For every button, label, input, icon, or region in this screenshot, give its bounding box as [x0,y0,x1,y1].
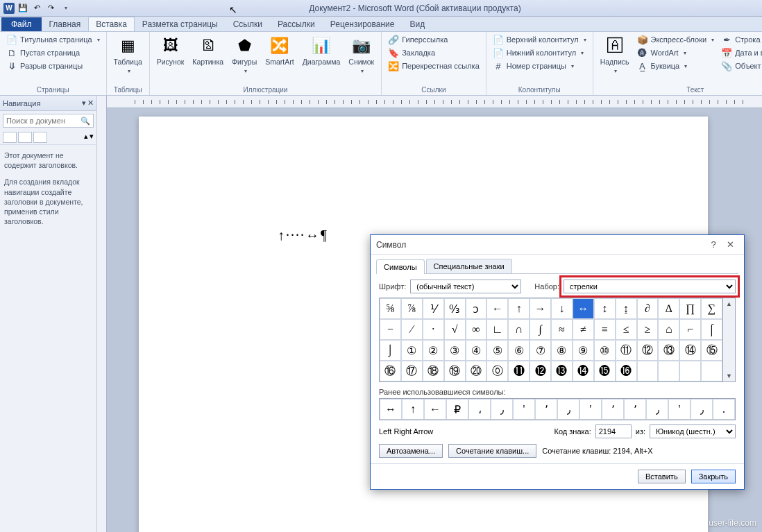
symbol-cell[interactable]: ⑭ [679,340,701,361]
symbol-cell[interactable]: ↉ [444,298,466,319]
symbol-cell[interactable]: ⑳ [466,361,487,381]
symbol-cell[interactable]: ⅝ [380,298,401,319]
symbol-cell[interactable]: ⑯ [380,361,401,381]
footer-button[interactable]: 📄Нижний колонтитул [491,46,589,59]
symbol-cell[interactable]: ⑫ [637,340,659,361]
nav-dropdown-icon[interactable]: ▾ [82,98,86,108]
wordart-button[interactable]: 🅐WordArt [635,46,717,59]
symbol-cell[interactable]: ∆ [658,298,679,319]
tab-symbols[interactable]: Символы [376,259,425,274]
autocorrect-button[interactable]: Автозамена... [379,444,443,458]
symbol-cell[interactable]: ⑮ [701,340,722,361]
symbol-cell[interactable]: ⓮ [573,361,594,381]
recent-symbol-cell[interactable]: ↑ [402,399,424,420]
nav-search-input[interactable] [3,117,78,125]
symbol-scrollbar[interactable]: ▲ ▼ [723,298,736,382]
symbol-cell[interactable]: ∏ [679,298,701,319]
symbol-cell[interactable]: ⓰ [616,361,637,381]
hyperlink-button[interactable]: 🔗Гиперссылка [386,33,482,46]
symbol-cell[interactable]: ⌡ [380,340,401,361]
symbol-cell[interactable]: ∑ [701,298,722,319]
symbol-cell[interactable]: ⓪ [486,361,508,381]
code-input[interactable] [595,424,632,438]
insert-button[interactable]: Вставить [638,470,686,483]
vertical-ruler[interactable] [97,96,107,532]
header-button[interactable]: 📄Верхний колонтитул [491,33,589,46]
shapes-button[interactable]: ⬟Фигуры [229,33,260,76]
quickparts-button[interactable]: 📦Экспресс-блоки [635,33,717,46]
symbol-cell[interactable]: ⓭ [551,361,573,381]
search-icon[interactable]: 🔍 [78,117,93,126]
scroll-track[interactable] [723,309,735,370]
page-break-button[interactable]: ⤋Разрыв страницы [4,60,102,72]
subset-select[interactable]: стрелки [564,280,736,293]
textbox-button[interactable]: 🄰Надпись [598,33,632,76]
symbol-cell[interactable]: ⑦ [530,340,551,361]
symbol-cell[interactable]: ⅟ [423,298,444,319]
symbol-cell[interactable]: ④ [466,340,487,361]
symbol-cell[interactable]: ⌂ [658,319,679,340]
scroll-up-icon[interactable]: ▲ [723,298,735,309]
symbol-cell[interactable]: ③ [444,340,466,361]
tab-layout[interactable]: Разметка страницы [135,17,226,31]
nav-view-headings[interactable] [3,132,17,143]
tab-home[interactable]: Главная [42,17,89,31]
recent-symbol-cell[interactable]: ، [468,399,491,420]
recent-symbol-cell[interactable]: ٫ [691,399,713,420]
symbol-cell[interactable] [679,361,701,381]
horizontal-ruler[interactable] [107,96,762,108]
symbol-cell[interactable]: ⓯ [594,361,616,381]
object-button[interactable]: 📎Объект [719,60,762,72]
save-icon[interactable]: 💾 [17,2,29,15]
symbol-cell[interactable]: ⑱ [423,361,444,381]
tab-references[interactable]: Ссылки [226,17,270,31]
close-button[interactable]: Закрыть [691,470,736,483]
symbol-cell[interactable]: √ [444,319,466,340]
symbol-cell[interactable]: ⓫ [508,361,530,381]
symbol-cell[interactable]: ∫ [530,319,551,340]
chart-button[interactable]: 📊Диаграмма [300,33,344,68]
tab-mailings[interactable]: Рассылки [270,17,323,31]
bookmark-button[interactable]: 🔖Закладка [386,46,482,59]
tab-special-chars[interactable]: Специальные знаки [426,259,512,273]
nav-view-results[interactable] [33,132,47,143]
picture-button[interactable]: 🖼Рисунок [154,33,187,68]
symbol-cell[interactable]: ≈ [551,319,573,340]
recent-symbol-cell[interactable]: ٬ [535,399,557,420]
recent-symbol-cell[interactable]: ₽ [446,399,468,420]
close-icon[interactable]: ✕ [722,238,738,252]
tab-insert[interactable]: Вставка [88,17,135,31]
symbol-cell[interactable]: ↑ [508,298,530,319]
screenshot-button[interactable]: 📷Снимок [346,33,377,76]
symbol-cell[interactable]: ⑰ [401,361,423,381]
signature-button[interactable]: ✒Строка подпи [719,33,762,46]
symbol-cell[interactable]: ↔ [573,298,594,319]
symbol-cell[interactable]: ↨ [616,298,637,319]
blank-page-button[interactable]: 🗋Пустая страница [4,46,102,59]
symbol-cell[interactable]: ⑤ [486,340,508,361]
symbol-cell[interactable]: → [530,298,551,319]
shortcut-button[interactable]: Сочетание клавиш... [448,444,536,458]
datetime-button[interactable]: 📅Дата и время [719,46,762,59]
scroll-down-icon[interactable]: ▼ [723,370,735,381]
cover-page-button[interactable]: 📄Титульная страница [4,33,102,46]
nav-close-icon[interactable]: ✕ [87,98,94,108]
symbol-cell[interactable]: ⑥ [508,340,530,361]
qat-dropdown[interactable] [58,2,71,15]
symbol-cell[interactable] [701,361,722,381]
symbol-cell[interactable]: ⑬ [658,340,679,361]
table-button[interactable]: ▦Таблица [111,33,145,76]
smartart-button[interactable]: 🔀SmartArt [262,33,296,68]
symbol-cell[interactable]: ∂ [637,298,659,319]
nav-search[interactable]: 🔍 [3,114,94,128]
symbol-cell[interactable]: ⑧ [551,340,573,361]
recent-symbol-cell[interactable]: . [713,399,735,420]
symbol-cell[interactable]: ⑨ [573,340,594,361]
symbol-cell[interactable]: ⌠ [701,319,722,340]
nav-next-icon[interactable]: ▾ [90,132,94,143]
tab-review[interactable]: Рецензирование [323,17,403,31]
symbol-cell[interactable]: ≥ [637,319,659,340]
crossref-button[interactable]: 🔀Перекрестная ссылка [386,60,482,72]
symbol-cell[interactable]: ≤ [616,319,637,340]
dropcap-button[interactable]: A̲Буквица [635,60,717,72]
